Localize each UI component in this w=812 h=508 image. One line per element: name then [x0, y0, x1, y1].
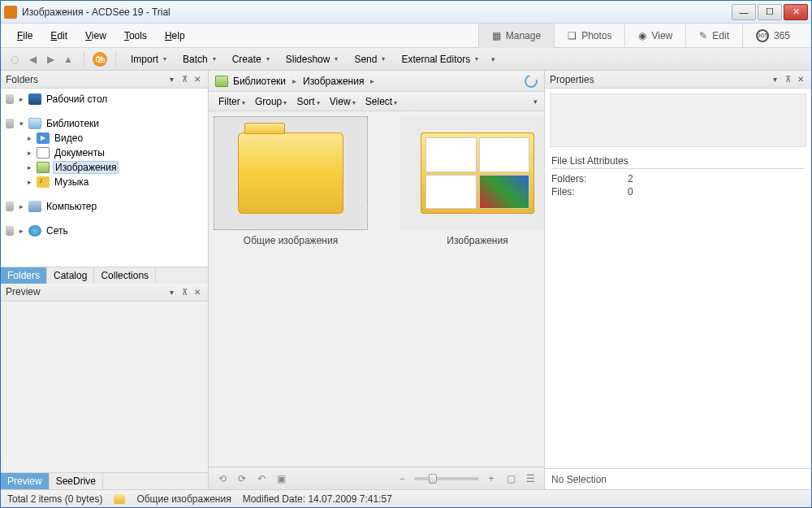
panel-pin-icon[interactable]: ⊼: [179, 75, 190, 84]
menu-edit[interactable]: Edit: [42, 27, 76, 45]
computer-icon: [28, 201, 41, 212]
filter-dropdown[interactable]: Filter: [215, 96, 248, 107]
panel-menu-icon[interactable]: ▾: [769, 75, 780, 84]
app-icon: [4, 6, 17, 19]
tree-libraries[interactable]: ▾Библиотеки: [1, 116, 208, 131]
tree-music[interactable]: ▸Музыка: [1, 175, 208, 189]
attr-folders-label: Folders:: [551, 173, 608, 185]
toolbar-create[interactable]: Create: [226, 52, 276, 67]
folder-item-shared-images[interactable]: Общие изображения: [214, 116, 368, 246]
toolbar-send[interactable]: Send: [348, 52, 391, 67]
refresh-icon[interactable]: [522, 72, 540, 90]
eye-icon: ◉: [638, 30, 646, 41]
undo-icon[interactable]: ↶: [254, 471, 269, 486]
file-list[interactable]: Общие изображения Изображения: [209, 111, 544, 467]
panel-pin-icon[interactable]: ⊼: [179, 288, 190, 297]
tools-icon: ✎: [699, 30, 707, 41]
menu-view[interactable]: View: [77, 27, 114, 45]
nav-back-icon[interactable]: ◀: [25, 52, 40, 67]
no-selection-label: No Selection: [545, 468, 811, 489]
panel-pin-icon[interactable]: ⊼: [782, 75, 793, 84]
close-button[interactable]: [784, 4, 808, 20]
folders-panel-title: Folders: [6, 74, 38, 85]
nav-fwd-icon[interactable]: ▶: [43, 52, 58, 67]
select-dropdown[interactable]: Select: [362, 96, 401, 107]
tab-seedrive[interactable]: SeeDrive: [50, 473, 103, 489]
panel-close-icon[interactable]: ✕: [192, 75, 203, 84]
titlebar[interactable]: Изображения - ACDSee 19 - Trial: [1, 1, 811, 24]
library-icon: [28, 118, 41, 129]
menu-tools[interactable]: Tools: [116, 27, 155, 45]
rotate-cw-icon[interactable]: ⟳: [235, 471, 249, 486]
preview-panel-title: Preview: [6, 286, 41, 297]
toolbar-external[interactable]: External Editors: [395, 52, 485, 67]
mode-view[interactable]: ◉View: [624, 24, 685, 48]
attr-files-label: Files:: [551, 186, 608, 198]
nav-up-icon[interactable]: ▲: [61, 52, 76, 67]
view-dropdown[interactable]: View: [326, 96, 359, 107]
mode-manage[interactable]: ▦Manage: [478, 24, 554, 48]
panel-menu-icon[interactable]: ▾: [166, 75, 177, 84]
folder-icon: [238, 132, 343, 214]
network-icon: [28, 225, 41, 237]
menu-help[interactable]: Help: [157, 27, 193, 45]
mode-edit[interactable]: ✎Edit: [685, 24, 742, 48]
tree-network[interactable]: ▸Сеть: [1, 224, 208, 238]
folder-label: Изображения: [447, 235, 508, 246]
tree-images[interactable]: ▸Изображения: [1, 160, 208, 175]
photos-icon: ❏: [568, 30, 577, 41]
group-dropdown[interactable]: Group: [252, 96, 291, 107]
toolbar-overflow-icon[interactable]: ▾: [491, 55, 495, 63]
preview-area: [1, 302, 208, 473]
zoom-out-icon[interactable]: −: [395, 471, 409, 486]
details-view-icon[interactable]: ☰: [523, 471, 538, 486]
folders-tab-strip: Folders Catalog Collections: [1, 267, 208, 284]
preview-tab-strip: Preview SeeDrive: [1, 472, 208, 489]
panel-close-icon[interactable]: ✕: [795, 75, 806, 84]
attr-files-value: 0: [628, 186, 633, 198]
menu-file[interactable]: File: [9, 27, 41, 45]
maximize-button[interactable]: [758, 4, 782, 20]
toolbar-batch[interactable]: Batch: [176, 52, 222, 67]
globe-icon: 365: [756, 29, 769, 42]
properties-preview-area: [550, 93, 806, 147]
tab-folders[interactable]: Folders: [1, 267, 47, 284]
folders-tree[interactable]: ▸Рабочий стол ▾Библиотеки ▸Видео ▸Докуме…: [1, 89, 208, 267]
minimize-button[interactable]: [732, 4, 756, 20]
compare-icon[interactable]: ▣: [274, 471, 288, 486]
tree-computer[interactable]: ▸Компьютер: [1, 199, 208, 214]
breadcrumb[interactable]: Библиотеки Изображения: [209, 71, 544, 92]
thumbnail-view-icon[interactable]: ▢: [503, 471, 518, 486]
status-selected: Общие изображения: [136, 493, 231, 505]
window-title: Изображения - ACDSee 19 - Trial: [22, 7, 730, 18]
folder-item-images[interactable]: Изображения: [400, 116, 544, 246]
menubar: File Edit View Tools Help ▦Manage ❏Photo…: [1, 24, 811, 48]
breadcrumb-seg-2[interactable]: Изображения: [301, 76, 376, 87]
breadcrumb-seg-1[interactable]: Библиотеки: [231, 76, 298, 87]
sort-dropdown[interactable]: Sort: [294, 96, 323, 107]
grid-icon: ▦: [492, 30, 501, 41]
desktop-icon: [28, 93, 41, 105]
panel-close-icon[interactable]: ✕: [192, 288, 203, 297]
status-bar: Total 2 items (0 bytes) Общие изображени…: [1, 489, 811, 507]
basket-icon[interactable]: 🛍: [93, 52, 107, 67]
tab-catalog[interactable]: Catalog: [47, 267, 94, 284]
tree-docs[interactable]: ▸Документы: [1, 145, 208, 160]
mode-365[interactable]: 365365: [742, 24, 803, 48]
tab-collections[interactable]: Collections: [94, 267, 156, 284]
zoom-in-icon[interactable]: +: [484, 471, 499, 486]
panel-menu-icon[interactable]: ▾: [166, 288, 177, 297]
filterbar-overflow-icon[interactable]: ▾: [533, 98, 538, 106]
zoom-slider[interactable]: [414, 477, 479, 480]
status-total: Total 2 items (0 bytes): [7, 493, 102, 505]
toolbar-import[interactable]: Import: [124, 52, 173, 67]
file-list-attributes: File List Attributes Folders:2 Files:0: [545, 152, 811, 202]
mode-photos[interactable]: ❏Photos: [554, 24, 624, 48]
tab-preview[interactable]: Preview: [1, 473, 50, 489]
music-icon: [37, 176, 50, 188]
toolbar-slideshow[interactable]: Slideshow: [279, 52, 345, 67]
nav-home-icon[interactable]: ◌: [7, 52, 22, 67]
rotate-ccw-icon[interactable]: ⟲: [215, 471, 230, 486]
tree-video[interactable]: ▸Видео: [1, 131, 208, 145]
tree-desktop[interactable]: ▸Рабочий стол: [1, 92, 208, 106]
